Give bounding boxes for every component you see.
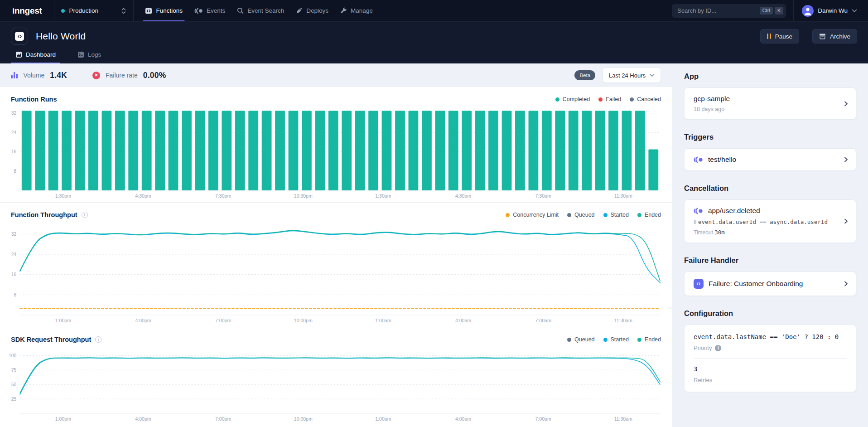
details-sidebar: App gcp-sample 18 days ago Triggers test… bbox=[672, 63, 868, 427]
pause-icon bbox=[767, 34, 771, 39]
failure-x-icon: ✕ bbox=[92, 72, 100, 79]
cancellation-timeout-row: Timeout 30m bbox=[694, 229, 836, 236]
failure-handler-card[interactable]: Failure: Customer Onboarding bbox=[684, 272, 856, 296]
svg-text:1:00pm: 1:00pm bbox=[55, 416, 71, 422]
svg-text:24: 24 bbox=[11, 130, 17, 135]
volume-bars-icon bbox=[11, 72, 18, 78]
priority-expression: event.data.lastName == 'Doe' ? 120 : 0 bbox=[694, 333, 847, 340]
nav-items: Functions Events Event Search Deploys Ma… bbox=[139, 0, 378, 21]
svg-text:10:00pm: 10:00pm bbox=[294, 318, 313, 323]
pause-button[interactable]: Pause bbox=[760, 29, 799, 44]
nav-item-event-search[interactable]: Event Search bbox=[231, 0, 290, 21]
svg-text:1:30am: 1:30am bbox=[375, 193, 391, 199]
nav-item-manage[interactable]: Manage bbox=[334, 0, 379, 21]
chevron-down-icon bbox=[650, 74, 655, 77]
environment-selector[interactable]: Production bbox=[54, 0, 133, 21]
chevron-updown-icon bbox=[121, 7, 126, 15]
svg-text:1:00am: 1:00am bbox=[375, 318, 391, 323]
legend-item: Canceled bbox=[630, 96, 661, 102]
failure-handler-name: Failure: Customer Onboarding bbox=[709, 280, 803, 288]
svg-text:7:00am: 7:00am bbox=[535, 416, 551, 422]
inngest-logo: inngest bbox=[0, 0, 54, 21]
tab-logs[interactable]: Logs bbox=[73, 50, 106, 63]
main-content: Volume 1.4K ✕ Failure rate 0.00% Beta La… bbox=[0, 63, 868, 427]
function-throughput-chart[interactable]: 32241681:00pm4:00pm7:00pm10:00pm1:00am4:… bbox=[0, 219, 672, 327]
legend-item: Started bbox=[603, 336, 629, 343]
chart-title: Function Runs bbox=[11, 96, 57, 103]
svg-text:4:00am: 4:00am bbox=[455, 318, 471, 323]
info-icon[interactable]: i bbox=[715, 345, 721, 351]
chevron-right-icon bbox=[843, 218, 849, 224]
environment-status-dot bbox=[61, 9, 65, 13]
chevron-right-icon bbox=[843, 281, 849, 287]
svg-text:1:30pm: 1:30pm bbox=[55, 193, 71, 199]
svg-text:4:00am: 4:00am bbox=[455, 416, 471, 422]
failure-rate-label: Failure rate bbox=[106, 72, 138, 79]
configuration-card: event.data.lastName == 'Doe' ? 120 : 0 P… bbox=[684, 325, 856, 392]
chart-legend: QueuedStartedEnded bbox=[567, 336, 661, 343]
tab-dashboard[interactable]: Dashboard bbox=[11, 50, 60, 63]
time-range-selector[interactable]: Last 24 Hours bbox=[603, 68, 661, 83]
spacer bbox=[379, 0, 672, 21]
info-icon[interactable]: i bbox=[95, 336, 101, 343]
event-stream-icon bbox=[194, 8, 203, 14]
search-icon bbox=[237, 7, 244, 14]
function-header: Hello World Pause Archive Dashboard Logs bbox=[0, 22, 868, 63]
chart-title: SDK Request Throughput i bbox=[11, 336, 101, 343]
svg-text:100: 100 bbox=[9, 353, 16, 358]
code-glyph-icon bbox=[17, 34, 23, 39]
svg-text:4:30pm: 4:30pm bbox=[135, 193, 151, 199]
user-menu[interactable]: Darwin Wu bbox=[794, 0, 868, 21]
sdk-request-throughput-chart[interactable]: 1007550251:00pm4:00pm7:00pm10:00pm1:00am… bbox=[0, 344, 672, 427]
trigger-name: test/hello bbox=[708, 155, 736, 164]
archive-button[interactable]: Archive bbox=[812, 29, 857, 44]
svg-text:75: 75 bbox=[11, 368, 17, 373]
chart-legend: CompletedFailedCanceled bbox=[555, 96, 661, 102]
nav-item-deploys[interactable]: Deploys bbox=[290, 0, 334, 21]
function-tabs: Dashboard Logs bbox=[11, 50, 857, 63]
svg-text:11:30am: 11:30am bbox=[614, 193, 632, 199]
logs-terminal-icon bbox=[77, 51, 84, 58]
function-runs-chart[interactable]: 32241681:30pm4:30pm7:30pm10:30pm1:30am4:… bbox=[0, 104, 672, 202]
configuration-heading: Configuration bbox=[684, 309, 856, 318]
svg-text:7:00pm: 7:00pm bbox=[215, 318, 231, 323]
legend-item: Queued bbox=[567, 212, 594, 218]
svg-text:7:30pm: 7:30pm bbox=[215, 193, 231, 199]
rocket-icon bbox=[296, 7, 303, 14]
function-throughput-section: Function Throughput i Concurrency LimitQ… bbox=[0, 202, 672, 327]
stats-bar: Volume 1.4K ✕ Failure rate 0.00% Beta La… bbox=[0, 63, 672, 87]
svg-text:7:30am: 7:30am bbox=[535, 193, 551, 199]
trigger-card[interactable]: test/hello bbox=[684, 148, 856, 171]
charts-column: Volume 1.4K ✕ Failure rate 0.00% Beta La… bbox=[0, 63, 672, 427]
legend-item: Concurrency Limit bbox=[506, 212, 559, 218]
kbd-ctrl: Ctrl bbox=[760, 7, 773, 15]
cancellation-heading: Cancellation bbox=[684, 184, 856, 193]
app-card[interactable]: gcp-sample 18 days ago bbox=[684, 87, 856, 120]
search-input[interactable] bbox=[677, 7, 758, 14]
configuration-section: Configuration event.data.lastName == 'Do… bbox=[684, 309, 856, 392]
dashboard-icon bbox=[15, 51, 22, 58]
svg-text:10:30pm: 10:30pm bbox=[294, 193, 313, 199]
svg-text:8: 8 bbox=[14, 292, 16, 297]
svg-text:25: 25 bbox=[11, 397, 17, 402]
function-icon bbox=[11, 28, 28, 45]
svg-text:4:00pm: 4:00pm bbox=[135, 318, 151, 323]
kbd-k: K bbox=[775, 7, 783, 15]
retries-value: 3 bbox=[694, 365, 847, 373]
svg-text:32: 32 bbox=[11, 111, 17, 116]
svg-text:16: 16 bbox=[11, 272, 17, 277]
failure-handler-heading: Failure Handler bbox=[684, 256, 856, 265]
cancellation-if-expression: event.data.userId == async.data.userId bbox=[698, 218, 828, 225]
legend-item: Started bbox=[603, 212, 629, 218]
svg-text:1:00pm: 1:00pm bbox=[55, 318, 71, 323]
info-icon[interactable]: i bbox=[82, 212, 88, 218]
nav-item-functions[interactable]: Functions bbox=[139, 0, 188, 21]
cancellation-card[interactable]: app/user.deleted If event.data.userId ==… bbox=[684, 199, 856, 243]
code-glyph-icon bbox=[696, 281, 701, 286]
person-icon bbox=[802, 5, 814, 17]
svg-text:11:30am: 11:30am bbox=[614, 318, 632, 323]
global-search[interactable]: Ctrl K bbox=[672, 4, 786, 18]
legend-item: Completed bbox=[555, 96, 590, 102]
event-icon bbox=[694, 208, 703, 214]
nav-item-events[interactable]: Events bbox=[188, 0, 231, 21]
